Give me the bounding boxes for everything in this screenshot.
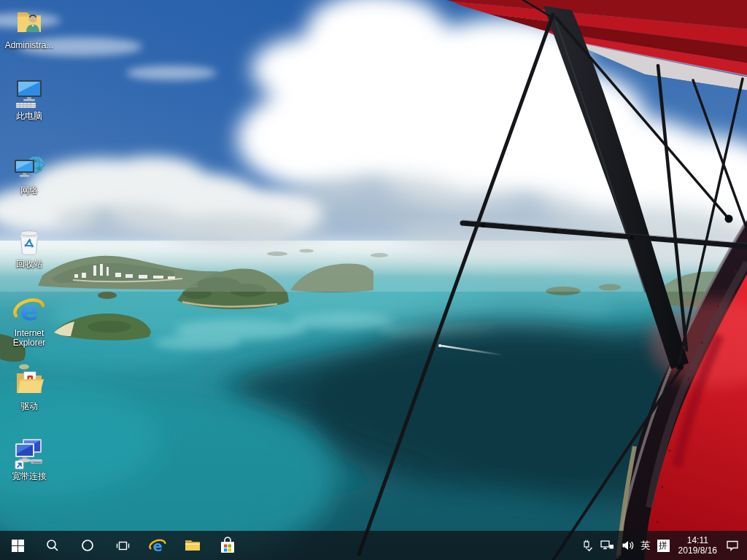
windows-desktop: Administra... 此电脑 bbox=[0, 0, 747, 560]
cortana-button[interactable] bbox=[70, 531, 105, 560]
desktop-icon-network[interactable]: 网络 bbox=[1, 149, 58, 195]
usb-icon bbox=[581, 540, 593, 552]
system-tray: 英 拼 14:11 2019/8/16 bbox=[577, 531, 747, 560]
broadband-connection-icon bbox=[12, 435, 47, 470]
windows-logo-icon bbox=[12, 540, 24, 552]
taskbar: e bbox=[0, 531, 747, 560]
desktop-icon-label: 此电脑 bbox=[16, 112, 42, 121]
network-tray[interactable] bbox=[597, 531, 618, 560]
file-explorer-icon bbox=[184, 537, 201, 554]
desktop-icon-this-pc[interactable]: 此电脑 bbox=[1, 75, 58, 121]
task-view-icon bbox=[116, 540, 130, 552]
this-pc-icon bbox=[12, 75, 47, 110]
volume-tray[interactable] bbox=[618, 531, 638, 560]
search-button[interactable] bbox=[35, 531, 70, 560]
start-button[interactable] bbox=[0, 531, 35, 560]
network-wired-icon bbox=[600, 540, 614, 551]
taskbar-internet-explorer[interactable]: e bbox=[140, 531, 175, 560]
usb-safely-remove-tray[interactable] bbox=[577, 531, 597, 560]
desktop-icon-label: Administra... bbox=[5, 41, 54, 50]
task-view-button[interactable] bbox=[105, 531, 140, 560]
recycle-bin-icon bbox=[12, 223, 47, 258]
ime-mode-indicator[interactable]: 拼 bbox=[657, 540, 670, 552]
desktop-icon-internet-explorer[interactable]: e Internet Explorer bbox=[1, 292, 58, 348]
search-icon bbox=[46, 539, 59, 552]
user-folder-icon bbox=[12, 4, 47, 39]
desktop-icon-label: 驱动 bbox=[20, 402, 38, 411]
internet-explorer-icon: e bbox=[12, 292, 47, 327]
desktop-icon-label: 网络 bbox=[20, 186, 38, 195]
network-icon bbox=[12, 149, 47, 184]
microsoft-store-icon bbox=[220, 537, 236, 554]
desktop-icon-label: Internet Explorer bbox=[1, 329, 57, 348]
action-center-button[interactable] bbox=[722, 531, 743, 560]
desktop-icon-label: 宽带连接 bbox=[12, 472, 47, 481]
desktop-icon-drivers[interactable]: 驱动 bbox=[1, 365, 58, 411]
internet-explorer-icon: e bbox=[148, 536, 167, 555]
action-center-icon bbox=[726, 540, 739, 551]
desktop-icon-label: 回收站 bbox=[16, 260, 42, 269]
ime-language-indicator[interactable]: 英 bbox=[638, 539, 654, 552]
taskbar-file-explorer[interactable] bbox=[175, 531, 210, 560]
cortana-circle-icon bbox=[81, 539, 94, 552]
taskbar-clock[interactable]: 14:11 2019/8/16 bbox=[673, 535, 722, 556]
clock-date: 2019/8/16 bbox=[678, 545, 717, 556]
taskbar-microsoft-store[interactable] bbox=[210, 531, 245, 560]
desktop-icon-broadband[interactable]: 宽带连接 bbox=[1, 435, 58, 481]
desktop-icon-recycle-bin[interactable]: 回收站 bbox=[1, 223, 58, 269]
drivers-folder-icon bbox=[12, 365, 47, 400]
desktop-icon-administrator[interactable]: Administra... bbox=[1, 4, 58, 50]
speaker-icon bbox=[622, 540, 635, 551]
clock-time: 14:11 bbox=[678, 535, 717, 545]
wallpaper-scene bbox=[0, 0, 747, 560]
